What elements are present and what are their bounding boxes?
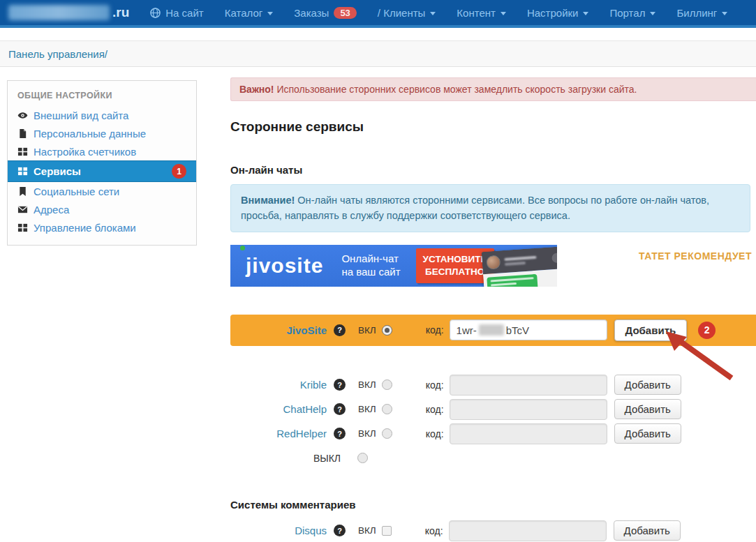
krible-on-radio[interactable] (382, 379, 392, 390)
top-navigation-bar: .ru На сайт Каталог Заказы 53 / Клиенты … (0, 0, 756, 25)
jivosite-code-input[interactable]: 1wr- bTcV (450, 319, 607, 340)
sidebar-item-label: Персональные данные (34, 128, 146, 140)
nav-item-settings[interactable]: Настройки (527, 7, 589, 19)
chat-services-list: Krible ВКЛ код: Добавить ChatHelp ВКЛ ко… (230, 375, 756, 444)
on-label: ВКЛ (358, 404, 376, 414)
site-name-blurred (8, 5, 110, 20)
banner-install-line2: БЕСПЛАТНО (423, 266, 487, 278)
help-icon[interactable] (334, 403, 346, 415)
banner-tagline-line1: Онлайн-чат (341, 253, 400, 266)
help-icon[interactable] (334, 324, 346, 336)
nav-orders-label: Заказы (294, 7, 329, 19)
jivosite-promo-banner[interactable]: jivosite Онлайн-чат на ваш сайт УСТАНОВИ… (230, 245, 557, 287)
sidebar-item-label: Настройка счетчиков (34, 146, 136, 158)
krible-add-button[interactable]: Добавить (614, 375, 681, 395)
nav-item-content[interactable]: Контент (457, 7, 506, 19)
breadcrumb-home-link[interactable]: Панель управления (8, 48, 105, 60)
topnav-accent-strip (0, 25, 756, 28)
nav-item-onsite[interactable]: На сайт (150, 7, 203, 19)
sidebar-item-services[interactable]: Сервисы 1 (8, 160, 196, 182)
banner-tagline-line2: на ваш сайт (341, 266, 400, 279)
nav-content-label: Контент (457, 7, 496, 19)
sidebar-section-header: ОБЩИЕ НАСТРОЙКИ (8, 88, 196, 106)
code-label: код: (426, 404, 444, 415)
disqus-service-row: Disqus ВКЛ код: Добавить (230, 520, 756, 541)
jivosite-link[interactable]: JivoSite (230, 324, 327, 336)
chathelp-link[interactable]: ChatHelp (230, 403, 327, 415)
jivosite-on-radio[interactable] (382, 325, 392, 336)
banner-install-line1: УСТАНОВИТЕ (423, 253, 487, 266)
page-title: Сторонние сервисы (230, 119, 756, 135)
nav-catalog-label: Каталог (225, 7, 263, 19)
grid-icon (17, 146, 28, 157)
redhelper-code-input[interactable] (450, 423, 607, 444)
code-value-suffix: bTcV (506, 324, 529, 336)
jivosite-add-button[interactable]: Добавить (614, 319, 688, 341)
sidebar-item-label: Сервисы (34, 165, 81, 177)
chats-off-row: ВЫКЛ (230, 453, 756, 464)
main-panel: Важно! Использование сторонних сервисов … (230, 67, 756, 541)
caret-down-icon (583, 12, 588, 15)
disqus-on-checkbox[interactable] (382, 526, 392, 536)
caret-down-icon (650, 12, 655, 15)
chathelp-code-input[interactable] (450, 399, 607, 420)
settings-sidebar: ОБЩИЕ НАСТРОЙКИ Внешний вид сайта Персон… (7, 80, 197, 246)
help-icon[interactable] (334, 428, 346, 439)
site-logo[interactable]: .ru (8, 5, 129, 20)
nav-item-orders[interactable]: Заказы 53 (294, 7, 357, 19)
sidebar-item-appearance[interactable]: Внешний вид сайта (8, 106, 196, 124)
help-icon[interactable] (334, 379, 346, 391)
breadcrumb-separator: / (105, 48, 108, 60)
eye-icon (17, 110, 28, 121)
krible-service-row: Krible ВКЛ код: Добавить (230, 375, 756, 396)
redhelper-link[interactable]: RedHelper (230, 428, 327, 439)
sidebar-item-counters[interactable]: Настройка счетчиков (8, 142, 196, 160)
redhelper-add-button[interactable]: Добавить (614, 423, 681, 444)
help-icon[interactable] (334, 525, 346, 536)
chats-section-heading: Он-лайн чаты (230, 164, 756, 176)
bookmark-icon (17, 186, 28, 197)
caret-down-icon (267, 12, 273, 15)
sidebar-item-personal-data[interactable]: Персональные данные (8, 124, 196, 142)
info-alert: Внимание! Он-лайн чаты являются сторонни… (230, 184, 750, 232)
sidebar-item-label: Внешний вид сайта (34, 110, 128, 121)
krible-link[interactable]: Krible (230, 379, 327, 391)
sidebar-item-addresses[interactable]: Адреса (8, 200, 196, 218)
sidebar-item-blocks[interactable]: Управление блоками (8, 218, 196, 236)
chathelp-on-radio[interactable] (382, 404, 392, 414)
content-area: ОБЩИЕ НАСТРОЙКИ Внешний вид сайта Персон… (0, 67, 756, 541)
recommend-label: ТАТЕТ РЕКОМЕНДУЕТ (639, 250, 752, 262)
chathelp-service-row: ChatHelp ВКЛ код: Добавить (230, 399, 756, 420)
on-label: ВКЛ (358, 428, 376, 439)
file-icon (17, 128, 28, 139)
nav-item-catalog[interactable]: Каталог (225, 7, 274, 19)
chathelp-add-button[interactable]: Добавить (614, 399, 681, 419)
redhelper-on-radio[interactable] (382, 428, 392, 439)
grid-icon (17, 223, 28, 233)
caret-down-icon (430, 12, 436, 15)
orders-count-badge: 53 (334, 7, 356, 19)
code-label: код: (426, 379, 444, 391)
disqus-add-button[interactable]: Добавить (614, 520, 681, 541)
warning-alert: Важно! Использование сторонних сервисов … (230, 77, 756, 101)
krible-code-input[interactable] (450, 375, 607, 396)
nav-onsite-label: На сайт (165, 7, 203, 19)
chat-preview-name-lines (504, 255, 537, 265)
chat-preview-message-bubble (487, 274, 538, 287)
nav-item-clients[interactable]: / Клиенты (378, 7, 436, 19)
grid-icon (17, 166, 28, 176)
caret-down-icon (722, 12, 727, 15)
warning-alert-text: Использование сторонних сервисов может з… (274, 84, 637, 95)
nav-item-billing[interactable]: Биллинг (676, 7, 727, 19)
disqus-link[interactable]: Disqus (230, 525, 327, 536)
redhelper-service-row: RedHelper ВКЛ код: Добавить (230, 423, 756, 444)
comments-section-heading: Системы комментариев (230, 499, 756, 511)
code-blurred-segment (479, 324, 504, 336)
sidebar-item-social[interactable]: Социальные сети (8, 182, 196, 200)
nav-item-portal[interactable]: Портал (609, 7, 655, 19)
disqus-code-input[interactable] (449, 520, 607, 541)
avatar (486, 255, 501, 269)
envelope-icon (17, 204, 28, 215)
chats-off-radio[interactable] (357, 453, 368, 463)
jivosite-logo-green-dot (240, 246, 245, 250)
